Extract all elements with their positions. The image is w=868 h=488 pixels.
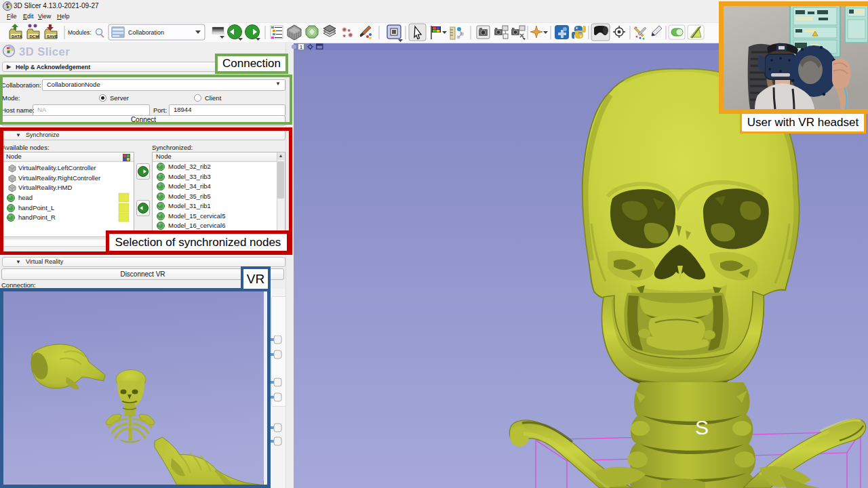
svg-text:DATA: DATA — [12, 35, 22, 39]
svg-text:DCM: DCM — [30, 35, 39, 39]
svg-text:✺: ✺ — [348, 32, 353, 39]
svg-text:✺: ✺ — [342, 34, 346, 38]
svg-text:S: S — [695, 416, 709, 439]
svg-text:SAVE: SAVE — [47, 35, 58, 39]
svg-text:Collaboration: Collaboration — [128, 29, 164, 36]
svg-text:✺: ✺ — [342, 26, 347, 33]
